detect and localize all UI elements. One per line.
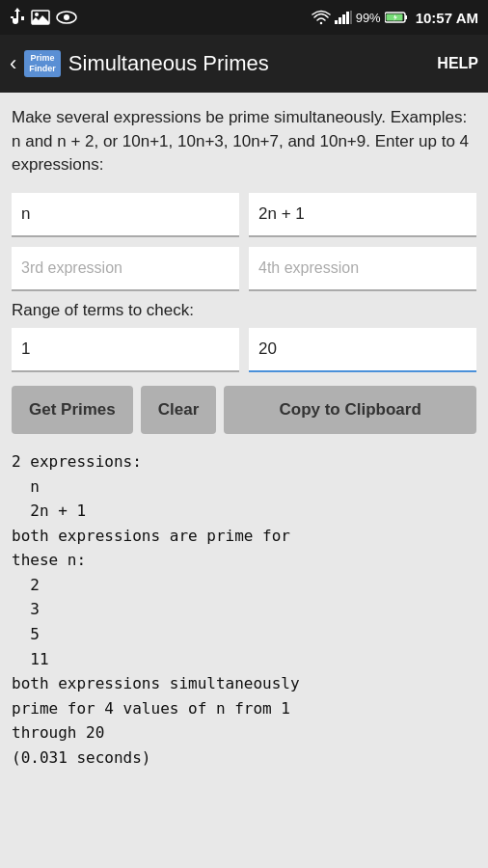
svg-rect-4 xyxy=(335,20,338,24)
status-bar: 99% 10:57 AM xyxy=(0,0,488,35)
signal-icon xyxy=(335,11,352,24)
get-primes-button[interactable]: Get Primes xyxy=(12,386,133,434)
expression-row-1 xyxy=(12,193,476,237)
output-area: 2 expressions: n 2n + 1 both expressions… xyxy=(12,449,476,771)
battery-icon xyxy=(385,11,408,24)
main-content: Make several expressions be prime simult… xyxy=(0,93,488,782)
clock: 10:57 AM xyxy=(416,10,478,26)
eye-icon xyxy=(56,11,77,24)
range-from-input[interactable] xyxy=(12,328,239,372)
status-right-icons: 99% 10:57 AM xyxy=(312,10,478,26)
expression-3-input[interactable] xyxy=(12,247,239,291)
toolbar: ‹ Prime Finder Simultaneous Primes HELP xyxy=(0,35,488,93)
svg-rect-10 xyxy=(405,15,407,19)
svg-rect-5 xyxy=(339,17,341,24)
wifi-icon xyxy=(312,10,331,25)
app-logo: Prime Finder xyxy=(24,50,61,77)
range-to-input[interactable] xyxy=(249,328,476,372)
svg-point-3 xyxy=(64,14,69,20)
svg-rect-6 xyxy=(342,14,345,24)
battery-percent: 99% xyxy=(356,11,381,25)
expression-4-input[interactable] xyxy=(249,247,476,291)
expression-row-2 xyxy=(12,247,476,291)
expression-2-input[interactable] xyxy=(249,193,476,237)
expression-1-input[interactable] xyxy=(12,193,239,237)
clear-button[interactable]: Clear xyxy=(141,386,217,434)
usb-icon xyxy=(10,8,25,27)
description-text: Make several expressions be prime simult… xyxy=(12,106,476,177)
copy-to-clipboard-button[interactable]: Copy to Clipboard xyxy=(224,386,476,434)
back-button[interactable]: ‹ xyxy=(10,51,16,76)
image-icon xyxy=(31,10,50,25)
button-row: Get Primes Clear Copy to Clipboard xyxy=(12,386,476,434)
svg-rect-8 xyxy=(350,11,352,24)
range-label: Range of terms to check: xyxy=(12,301,476,320)
svg-rect-7 xyxy=(346,12,349,24)
range-row xyxy=(12,328,476,372)
help-button[interactable]: HELP xyxy=(437,55,478,72)
svg-point-1 xyxy=(35,13,39,16)
toolbar-left: ‹ Prime Finder Simultaneous Primes xyxy=(10,50,269,77)
status-left-icons xyxy=(10,8,77,27)
page-title: Simultaneous Primes xyxy=(68,51,269,76)
